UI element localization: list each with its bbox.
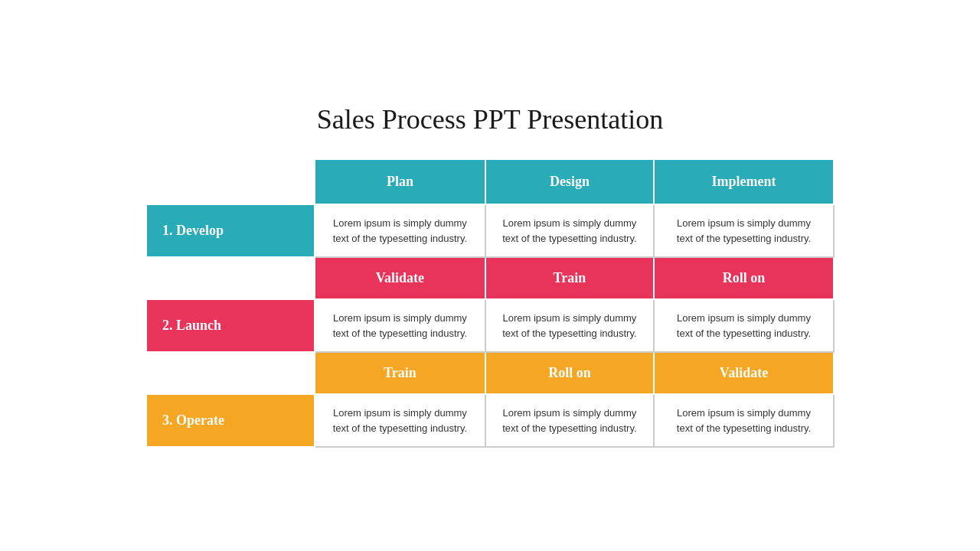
- train-subheader-1: Train: [485, 257, 654, 299]
- page-title: Sales Process PPT Presentation: [317, 103, 663, 135]
- launch-row: 2. Launch Lorem ipsum is simply dummy te…: [146, 299, 834, 352]
- header-design: Design: [485, 159, 654, 204]
- develop-implement-cell: Lorem ipsum is simply dummy text of the …: [654, 204, 834, 257]
- operate-design-cell: Lorem ipsum is simply dummy text of the …: [485, 394, 654, 447]
- develop-row: 1. Develop Lorem ipsum is simply dummy t…: [146, 204, 834, 257]
- launch-implement-cell: Lorem ipsum is simply dummy text of the …: [654, 299, 834, 352]
- operate-plan-cell: Lorem ipsum is simply dummy text of the …: [315, 394, 485, 447]
- rollon-subheader-2: Roll on: [485, 352, 654, 394]
- pink-subheader-empty: [146, 257, 315, 299]
- header-plan: Plan: [315, 159, 485, 204]
- operate-implement-cell: Lorem ipsum is simply dummy text of the …: [654, 394, 834, 447]
- operate-row: 3. Operate Lorem ipsum is simply dummy t…: [146, 394, 834, 447]
- validate-subheader: Validate: [315, 257, 485, 299]
- table-wrapper: Plan Design Implement 1. Develop Lorem i…: [145, 158, 835, 448]
- develop-design-cell: Lorem ipsum is simply dummy text of the …: [485, 204, 654, 257]
- develop-plan-cell: Lorem ipsum is simply dummy text of the …: [315, 204, 485, 257]
- header-empty-cell: [146, 159, 315, 204]
- pink-subheader-row: Validate Train Roll on: [146, 257, 834, 299]
- develop-label: 1. Develop: [146, 204, 315, 257]
- main-table: Plan Design Implement 1. Develop Lorem i…: [145, 158, 835, 448]
- header-implement: Implement: [654, 159, 834, 204]
- train-subheader-2: Train: [315, 352, 485, 394]
- validate-subheader-2: Validate: [654, 352, 834, 394]
- rollon-subheader-1: Roll on: [654, 257, 834, 299]
- header-row: Plan Design Implement: [146, 159, 834, 204]
- launch-label: 2. Launch: [146, 299, 315, 352]
- operate-label: 3. Operate: [146, 394, 315, 447]
- orange-subheader-row: Train Roll on Validate: [146, 352, 834, 394]
- launch-design-cell: Lorem ipsum is simply dummy text of the …: [485, 299, 654, 352]
- launch-plan-cell: Lorem ipsum is simply dummy text of the …: [315, 299, 485, 352]
- orange-subheader-empty: [146, 352, 315, 394]
